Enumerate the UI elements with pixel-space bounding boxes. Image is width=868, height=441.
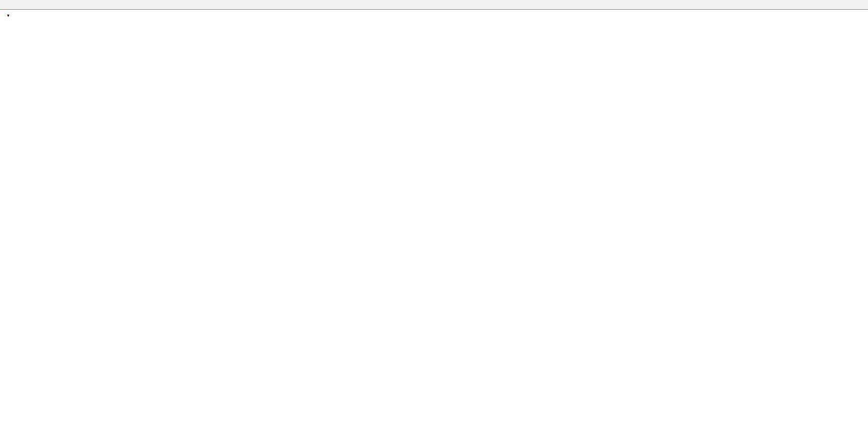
chart-window[interactable]: ▼ <box>0 9 868 441</box>
one-click-trading-caret[interactable]: ▼ <box>6 13 10 18</box>
main-toolbar <box>0 0 868 10</box>
chart-symbol-title[interactable]: ▼ <box>6 12 17 18</box>
chart-canvas[interactable] <box>0 10 868 441</box>
